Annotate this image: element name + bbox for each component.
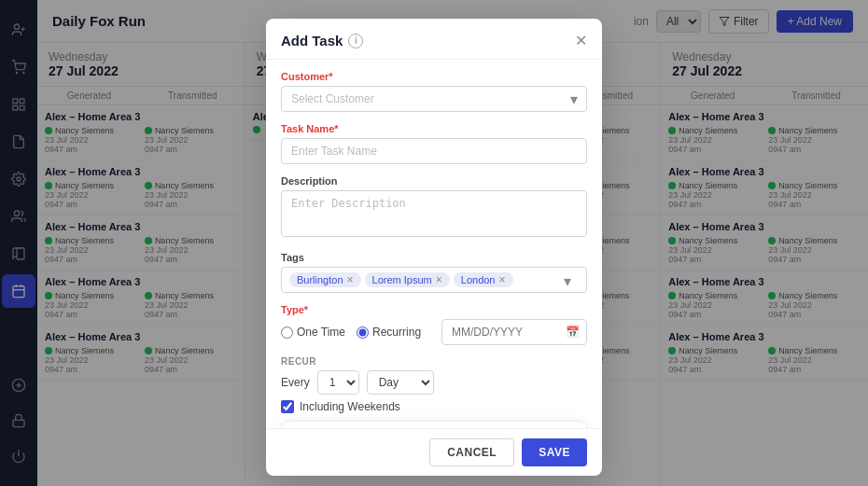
calendar-picker: May 2022 TODAY ‹ › SMTWTFS12345678910111… <box>281 421 587 428</box>
description-group: Description <box>281 175 587 241</box>
every-label: Every <box>281 376 310 389</box>
customer-select-wrap: Select Customer <box>281 86 587 112</box>
calendar-date-icon: 📅 <box>566 326 580 339</box>
task-name-group: Task Name* <box>281 123 587 164</box>
tags-group: Tags Burlington × Lorem Ipsum × London ×… <box>281 252 587 293</box>
tags-input[interactable]: Burlington × Lorem Ipsum × London × ▾ <box>281 267 587 293</box>
type-onetime[interactable]: One Time <box>281 326 345 339</box>
recur-label: RECUR <box>281 356 587 367</box>
including-weekends-label: Including Weekends <box>300 400 400 413</box>
customer-select[interactable]: Select Customer <box>281 86 587 112</box>
description-label: Description <box>281 175 587 187</box>
modal-header: Add Task i ✕ <box>266 19 602 60</box>
including-weekends-checkbox[interactable]: Including Weekends <box>281 400 587 413</box>
task-name-label: Task Name* <box>281 123 587 134</box>
tag-burlington-remove[interactable]: × <box>347 274 354 285</box>
customer-label: Customer* <box>281 71 587 82</box>
recur-frequency-input[interactable]: 123 <box>317 370 359 395</box>
tag-london-remove[interactable]: × <box>499 274 506 285</box>
info-icon[interactable]: i <box>348 34 363 49</box>
recur-period-select[interactable]: DayWeekMonth <box>367 370 434 395</box>
add-task-modal: Add Task i ✕ Customer* Select Customer <box>266 19 602 476</box>
tag-london: London × <box>454 272 513 287</box>
tags-dropdown-icon[interactable]: ▾ <box>564 272 579 287</box>
type-radio-group: One Time Recurring <box>281 326 427 339</box>
modal-footer: CANCEL SAVE <box>266 428 602 476</box>
close-icon[interactable]: ✕ <box>575 32 587 49</box>
recur-section: RECUR Every 123 DayWeekMonth Including W… <box>281 356 587 413</box>
date-input-wrap: 📅 <box>441 319 587 345</box>
type-group: Type* One Time Recurring 📅 <box>281 304 587 345</box>
modal-body: Customer* Select Customer Task Name* Des… <box>266 60 602 428</box>
tag-burlington: Burlington × <box>289 272 361 287</box>
recur-row: Every 123 DayWeekMonth <box>281 370 587 395</box>
cancel-button[interactable]: CANCEL <box>429 438 514 466</box>
modal-title: Add Task i <box>281 33 363 49</box>
tag-lorem: Lorem Ipsum × <box>365 272 450 287</box>
task-name-input[interactable] <box>281 138 587 164</box>
type-row: One Time Recurring 📅 <box>281 319 587 345</box>
save-button[interactable]: SAVE <box>522 438 587 466</box>
tag-lorem-remove[interactable]: × <box>436 274 442 285</box>
type-recurring[interactable]: Recurring <box>357 326 421 339</box>
description-input[interactable] <box>281 190 587 237</box>
type-label: Type* <box>281 304 587 315</box>
customer-group: Customer* Select Customer <box>281 71 587 112</box>
tags-label: Tags <box>281 252 587 263</box>
modal-overlay: Add Task i ✕ Customer* Select Customer <box>0 0 868 486</box>
